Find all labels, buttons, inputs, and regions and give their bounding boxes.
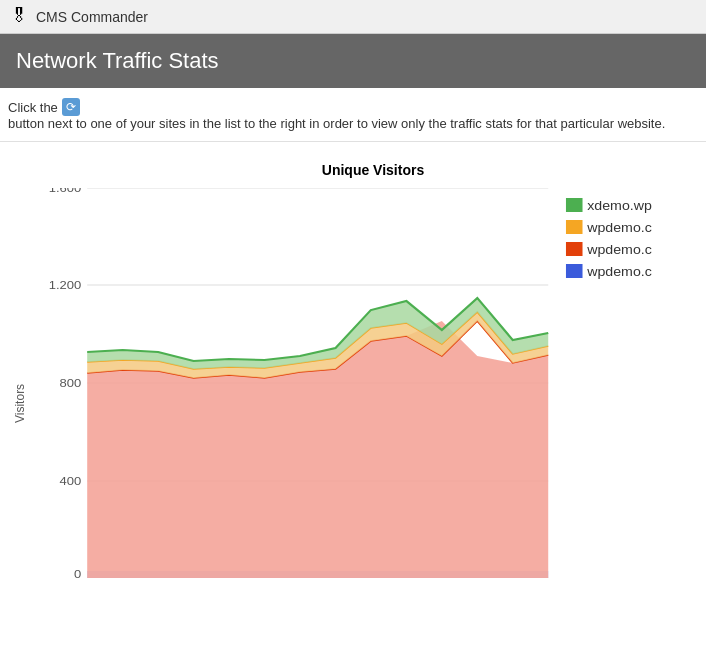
legend-color-blue — [566, 264, 583, 278]
y-axis-label: Visitors — [10, 188, 30, 618]
instruction-bar: Click the button next to one of your sit… — [0, 88, 706, 142]
app-header: 🎖 CMS Commander — [0, 0, 706, 34]
page-title: Network Traffic Stats — [16, 48, 219, 73]
svg-text:400: 400 — [60, 475, 82, 488]
instruction-after: button next to one of your sites in the … — [8, 116, 665, 131]
legend-color-green — [566, 198, 583, 212]
legend-label-green: xdemo.wp — [587, 199, 652, 213]
legend-label-blue: wpdemo.c — [586, 265, 652, 279]
svg-text:1.600: 1.600 — [49, 188, 82, 195]
page-title-bar: Network Traffic Stats — [0, 34, 706, 88]
legend-color-orange — [566, 220, 583, 234]
svg-text:800: 800 — [60, 377, 82, 390]
legend: xdemo.wp wpdemo.c wpdemo.c wpdemo.c — [566, 198, 652, 279]
app-logo-icon: 🎖 — [10, 6, 28, 27]
chart-area: Visitors 1.600 1.200 800 400 0 — [10, 188, 696, 618]
legend-label-red: wpdemo.c — [586, 243, 652, 257]
svg-text:1.200: 1.200 — [49, 279, 82, 292]
chart-title: Unique Visitors — [50, 162, 696, 178]
svg-text:0: 0 — [74, 568, 82, 578]
chart-svg: 1.600 1.200 800 400 0 — [34, 188, 696, 578]
legend-label-orange: wpdemo.c — [586, 221, 652, 235]
legend-color-red — [566, 242, 583, 256]
app-title: CMS Commander — [36, 9, 148, 25]
instruction-before: Click the — [8, 100, 58, 115]
chart-container: Unique Visitors Visitors 1.600 1.200 800… — [0, 142, 706, 628]
refresh-icon[interactable] — [62, 98, 80, 116]
